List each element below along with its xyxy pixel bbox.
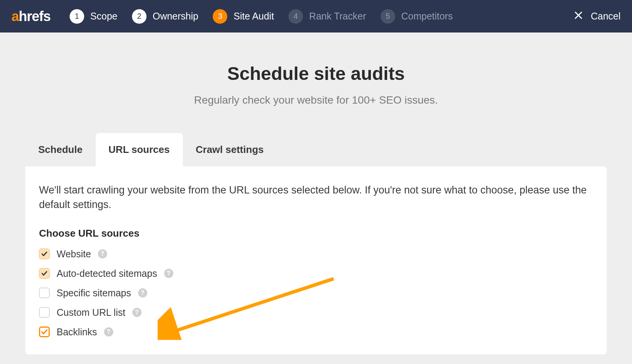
help-icon[interactable]: ? bbox=[138, 288, 147, 297]
step-label: Ownership bbox=[153, 11, 199, 22]
step-number: 4 bbox=[288, 9, 303, 24]
step-rank-tracker[interactable]: 4 Rank Tracker bbox=[288, 9, 366, 24]
source-label: Custom URL list bbox=[57, 307, 125, 318]
step-label: Competitors bbox=[401, 11, 453, 22]
cancel-button[interactable]: Cancel bbox=[574, 11, 621, 22]
checkbox-backlinks[interactable] bbox=[39, 327, 50, 337]
tab-crawl-settings[interactable]: Crawl settings bbox=[183, 133, 277, 166]
step-number: 3 bbox=[213, 9, 227, 24]
step-number: 2 bbox=[132, 9, 147, 24]
close-icon bbox=[574, 11, 583, 22]
help-icon[interactable]: ? bbox=[98, 249, 107, 258]
help-icon[interactable]: ? bbox=[132, 308, 142, 317]
svg-line-3 bbox=[165, 279, 334, 334]
source-row-custom-url-list: Custom URL list ? bbox=[39, 307, 593, 318]
logo-a: a bbox=[11, 8, 19, 24]
checkbox-custom-url-list[interactable] bbox=[39, 307, 50, 318]
main-content: Schedule site audits Regularly check you… bbox=[0, 32, 632, 354]
source-row-specific-sitemaps: Specific sitemaps ? bbox=[39, 288, 593, 299]
tabs: Schedule URL sources Crawl settings bbox=[25, 133, 607, 166]
logo: ahrefs bbox=[11, 8, 50, 24]
section-title: Choose URL sources bbox=[39, 227, 593, 239]
tab-url-sources[interactable]: URL sources bbox=[96, 133, 183, 166]
step-label: Scope bbox=[90, 11, 117, 22]
page-subtitle: Regularly check your website for 100+ SE… bbox=[0, 94, 632, 106]
panel-description: We'll start crawling your website from t… bbox=[39, 183, 593, 212]
step-ownership[interactable]: 2 Ownership bbox=[132, 9, 199, 24]
wizard-steps: 1 Scope 2 Ownership 3 Site Audit 4 Rank … bbox=[70, 9, 453, 24]
help-icon[interactable]: ? bbox=[104, 327, 113, 336]
checkbox-auto-sitemaps[interactable] bbox=[39, 268, 50, 279]
source-label: Auto-detected sitemaps bbox=[57, 268, 157, 279]
help-icon[interactable]: ? bbox=[164, 269, 173, 278]
step-competitors[interactable]: 5 Competitors bbox=[381, 9, 453, 24]
step-label: Site Audit bbox=[233, 11, 274, 22]
source-row-website: Website ? bbox=[39, 249, 593, 260]
source-row-auto-sitemaps: Auto-detected sitemaps ? bbox=[39, 268, 593, 279]
source-row-backlinks: Backlinks ? bbox=[39, 327, 593, 338]
page-title: Schedule site audits bbox=[0, 63, 632, 84]
source-label: Specific sitemaps bbox=[57, 288, 131, 299]
step-number: 5 bbox=[381, 9, 395, 24]
logo-rest: hrefs bbox=[19, 8, 50, 24]
step-label: Rank Tracker bbox=[309, 11, 366, 22]
checkbox-website[interactable] bbox=[39, 249, 50, 259]
header: ahrefs 1 Scope 2 Ownership 3 Site Audit … bbox=[0, 0, 632, 32]
panel-wrapper: Schedule URL sources Crawl settings We'l… bbox=[25, 133, 607, 354]
step-site-audit[interactable]: 3 Site Audit bbox=[213, 9, 274, 24]
url-sources-list: Website ? Auto-detected sitemaps ? Speci… bbox=[39, 249, 593, 338]
tab-schedule[interactable]: Schedule bbox=[25, 133, 96, 166]
cancel-label: Cancel bbox=[591, 11, 621, 22]
step-scope[interactable]: 1 Scope bbox=[70, 9, 117, 24]
source-label: Website bbox=[57, 249, 91, 260]
source-label: Backlinks bbox=[57, 327, 97, 338]
checkbox-specific-sitemaps[interactable] bbox=[39, 288, 50, 298]
step-number: 1 bbox=[70, 9, 84, 24]
panel: We'll start crawling your website from t… bbox=[25, 166, 607, 354]
